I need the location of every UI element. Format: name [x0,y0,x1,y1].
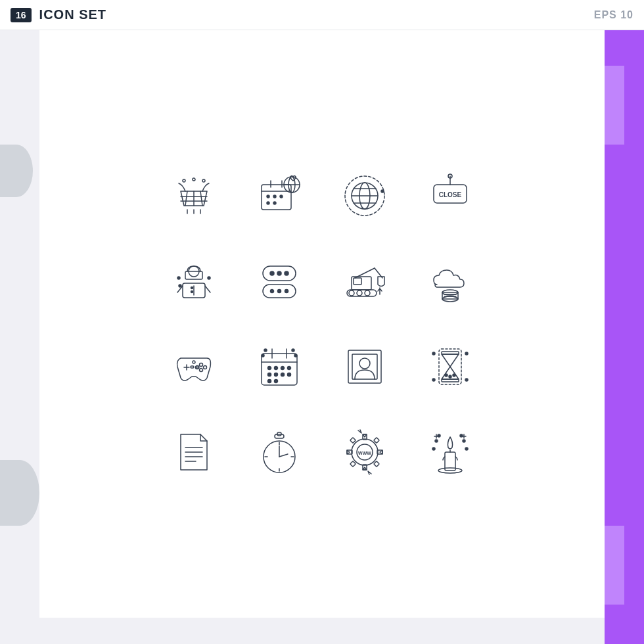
header-eps: EPS 10 [594,9,633,21]
calendar-dots-icon [256,344,302,390]
hourglass-timer-icon [427,344,473,390]
svg-point-40 [177,277,180,279]
icon-cell-gear-www: WWW [325,413,404,492]
calendar-global-icon [256,173,302,219]
svg-point-86 [281,373,285,377]
svg-point-6 [193,178,195,181]
svg-point-5 [183,179,185,182]
bg-gray-blob-left-bottom [0,460,39,526]
svg-point-69 [200,363,203,367]
svg-rect-63 [442,292,458,299]
bg-gray-blob-left-top [0,145,33,197]
svg-point-48 [285,271,288,275]
svg-point-137 [465,448,468,450]
excavator-icon [342,258,388,304]
svg-point-103 [432,352,435,355]
svg-rect-76 [262,354,297,385]
svg-rect-75 [196,366,199,368]
svg-line-115 [279,454,288,457]
icon-cell-game-controller [154,327,233,406]
icon-cell-close-sign: CLOSE [411,156,490,235]
candle-celebration-icon [427,429,473,475]
svg-point-70 [204,366,207,369]
svg-rect-129 [350,461,356,467]
svg-point-135 [463,440,465,442]
header-badge: 16 [11,8,32,22]
svg-point-59 [357,290,362,296]
icon-cell-cloud-database [411,242,490,321]
icon-cell-candle-celebration [411,413,490,492]
svg-point-80 [268,367,271,370]
svg-point-15 [267,195,269,198]
icon-cell-excavator [325,242,404,321]
svg-point-84 [268,373,271,377]
svg-point-17 [280,195,283,198]
gear-www-icon: WWW [342,429,388,475]
document-lines-icon [171,429,217,475]
svg-point-38 [191,287,193,289]
svg-rect-126 [350,438,356,443]
icon-cell-chat-bubbles [240,242,319,321]
game-controller-icon [171,344,217,390]
globe-circle-icon [342,173,388,219]
icon-cell-stopwatch [240,413,319,492]
svg-point-90 [264,349,267,352]
svg-point-39 [191,291,193,293]
svg-point-16 [273,195,276,198]
svg-point-136 [432,448,435,450]
photo-frame-icon [342,344,388,390]
stopwatch-icon [256,429,302,475]
icon-cell-document-lines [154,413,233,492]
svg-rect-56 [354,278,361,285]
svg-point-51 [278,290,281,293]
svg-point-29 [381,190,384,193]
svg-line-2 [200,191,202,206]
svg-point-52 [285,290,288,293]
icon-cell-calendar-dots [240,327,319,406]
svg-point-7 [202,179,205,182]
svg-point-81 [275,367,278,370]
svg-point-46 [270,271,274,275]
svg-point-89 [275,380,278,383]
svg-point-82 [281,367,285,370]
svg-point-87 [288,373,291,377]
svg-point-50 [271,290,274,293]
svg-point-88 [268,380,271,383]
svg-point-100 [445,374,448,377]
svg-rect-127 [374,461,379,467]
svg-point-60 [365,290,370,296]
svg-rect-111 [275,434,284,438]
svg-rect-74 [191,366,194,368]
header: 16 ICON SET EPS 10 [0,0,644,30]
svg-text:WWW: WWW [358,451,371,455]
svg-point-58 [349,290,354,296]
chat-bubbles-icon [256,258,302,304]
svg-text:CLOSE: CLOSE [439,191,462,198]
svg-point-19 [273,202,276,204]
svg-point-83 [288,367,291,370]
svg-point-42 [179,285,181,287]
svg-point-91 [292,349,294,352]
cloud-database-icon [427,258,473,304]
svg-point-104 [465,352,468,355]
svg-line-0 [185,191,187,206]
svg-point-134 [435,440,438,442]
icon-cell-shopping-basket [154,156,233,235]
svg-rect-128 [374,438,379,443]
svg-point-93 [294,354,297,357]
icon-cell-hourglass-timer [411,327,490,406]
svg-point-101 [449,375,451,378]
icon-grid: CLOSE [141,143,503,505]
svg-point-106 [465,379,468,381]
svg-point-92 [262,354,264,357]
svg-point-71 [200,369,203,372]
svg-point-102 [453,374,455,377]
main-card: CLOSE [39,30,605,618]
icon-cell-photo-frame [325,327,404,406]
shopping-basket-icon [171,173,217,219]
svg-rect-94 [348,350,381,383]
svg-point-47 [277,271,281,275]
svg-point-41 [208,277,210,279]
svg-point-18 [267,202,269,204]
svg-point-85 [275,373,278,377]
